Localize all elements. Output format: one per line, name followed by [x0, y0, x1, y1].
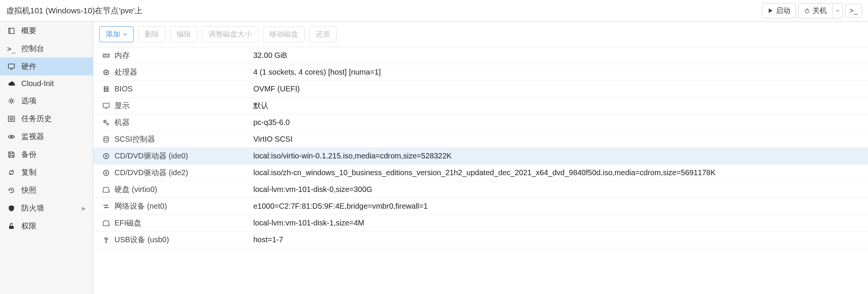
svg-point-26 — [104, 136, 108, 138]
hardware-row-name: CD/DVD驱动器 (ide0) — [114, 151, 253, 161]
power-icon — [804, 8, 810, 14]
hardware-row[interactable]: CD/DVD驱动器 (ide2)local:iso/zh-cn_windows_… — [93, 165, 868, 181]
page-header: 虚拟机101 (Windows-10)在节点'pve'上 启动 关机 >_ — [0, 0, 868, 22]
cpu-icon — [98, 69, 114, 76]
unlock-icon — [7, 222, 16, 230]
book-icon — [7, 27, 16, 35]
sidebar-item-console[interactable]: >_ 控制台 — [0, 40, 93, 58]
sidebar-item-monitor[interactable]: 监视器 — [0, 128, 93, 145]
hardware-row-value: 默认 — [253, 101, 863, 111]
svg-rect-2 — [8, 64, 14, 68]
hardware-row-name: 内存 — [114, 50, 253, 61]
hardware-row-value: local-lvm:vm-101-disk-1,size=4M — [253, 219, 863, 227]
svg-rect-22 — [103, 103, 109, 107]
sidebar-item-task-history[interactable]: 任务历史 — [0, 110, 93, 128]
sidebar-item-label: Cloud-Init — [21, 79, 54, 88]
svg-rect-19 — [105, 87, 108, 88]
hardware-toolbar: 添加 删除 编辑 调整磁盘大小 移动磁盘 还原 — [93, 22, 868, 47]
sidebar-item-label: 防火墙 — [21, 203, 44, 213]
remove-button[interactable]: 删除 — [138, 26, 165, 42]
hardware-row-value: OVMF (UEFI) — [253, 85, 863, 93]
hardware-row-name: SCSI控制器 — [114, 134, 253, 144]
hardware-row[interactable]: 网络设备 (net0)e1000=C2:7F:81:D5:9F:4E,bridg… — [93, 198, 868, 215]
hardware-row[interactable]: EFI磁盘local-lvm:vm-101-disk-1,size=4M — [93, 215, 868, 232]
hardware-row[interactable]: 处理器4 (1 sockets, 4 cores) [host] [numa=1… — [93, 64, 868, 81]
hardware-row[interactable]: 硬盘 (virtio0)local-lvm:vm-101-disk-0,size… — [93, 181, 868, 198]
svg-point-35 — [104, 238, 105, 238]
hardware-row-name: 显示 — [114, 101, 253, 111]
hardware-row-name: 机器 — [114, 117, 253, 128]
hardware-row-value: local:iso/virtio-win-0.1.215.iso,media=c… — [253, 152, 863, 160]
resize-disk-button-label: 调整磁盘大小 — [208, 29, 252, 39]
save-icon — [7, 151, 16, 158]
remove-button-label: 删除 — [145, 29, 159, 39]
hdd-icon — [98, 219, 114, 227]
sidebar-item-replication[interactable]: 复制 — [0, 163, 93, 181]
shutdown-button-label: 关机 — [812, 6, 827, 16]
hardware-row-name: CD/DVD驱动器 (ide2) — [114, 168, 253, 178]
resize-disk-button[interactable]: 调整磁盘大小 — [202, 26, 258, 42]
sidebar-item-label: 控制台 — [21, 43, 44, 54]
hardware-row-value: local:iso/zh-cn_windows_10_business_edit… — [253, 168, 863, 177]
hardware-row-value: VirtIO SCSI — [253, 135, 863, 144]
hardware-row-value: pc-q35-6.0 — [253, 118, 863, 127]
monitor-icon — [7, 63, 16, 70]
display-icon — [98, 102, 114, 110]
net-icon — [98, 203, 114, 210]
svg-rect-10 — [9, 226, 14, 229]
sidebar-item-cloudinit[interactable]: Cloud-Init — [0, 75, 93, 92]
sidebar-item-summary[interactable]: 概要 — [0, 22, 93, 40]
svg-rect-21 — [105, 90, 108, 91]
hardware-row[interactable]: BIOSOVMF (UEFI) — [93, 81, 868, 97]
svg-point-31 — [108, 191, 108, 192]
chevron-down-icon — [836, 10, 839, 12]
sidebar-item-options[interactable]: 选项 — [0, 92, 93, 110]
edit-button-label: 编辑 — [176, 29, 191, 39]
console-shortcut-button[interactable]: >_ — [845, 4, 862, 18]
shutdown-caret[interactable] — [833, 3, 843, 18]
hardware-row[interactable]: USB设备 (usb0)host=1-7 — [93, 232, 868, 248]
sidebar-item-label: 复制 — [21, 167, 37, 177]
svg-rect-20 — [105, 89, 108, 89]
start-button[interactable]: 启动 — [762, 3, 796, 18]
sidebar-item-permissions[interactable]: 权限 — [0, 217, 93, 235]
shield-icon — [7, 205, 16, 212]
hardware-row-name: BIOS — [114, 85, 253, 93]
svg-point-4 — [10, 100, 13, 102]
list-icon — [7, 115, 16, 123]
play-icon — [768, 8, 774, 14]
hardware-row[interactable]: SCSI控制器VirtIO SCSI — [93, 131, 868, 148]
sidebar-item-firewall[interactable]: 防火墙 ▶ — [0, 199, 93, 217]
edit-button[interactable]: 编辑 — [170, 26, 197, 42]
sidebar-item-label: 任务历史 — [21, 113, 52, 124]
hardware-row-value: e1000=C2:7F:81:D5:9F:4E,bridge=vmbr0,fir… — [253, 202, 863, 211]
hardware-row[interactable]: 显示默认 — [93, 97, 868, 114]
sidebar-item-label: 快照 — [21, 185, 37, 195]
sidebar-item-hardware[interactable]: 硬件 — [0, 58, 93, 75]
hardware-row-value: 4 (1 sockets, 4 cores) [host] [numa=1] — [253, 68, 863, 77]
hardware-row[interactable]: 机器pc-q35-6.0 — [93, 114, 868, 131]
main-layout: 概要 >_ 控制台 硬件 Cloud-Init 选项 — [0, 22, 868, 294]
sidebar-item-snapshots[interactable]: 快照 — [0, 181, 93, 199]
hardware-row-value: host=1-7 — [253, 235, 863, 244]
sidebar-item-backup[interactable]: 备份 — [0, 145, 93, 163]
revert-button[interactable]: 还原 — [309, 26, 337, 42]
disc-icon — [98, 152, 114, 160]
svg-point-24 — [104, 120, 106, 122]
shutdown-button[interactable]: 关机 — [798, 3, 833, 18]
shutdown-split-button: 关机 — [798, 3, 843, 18]
sidebar: 概要 >_ 控制台 硬件 Cloud-Init 选项 — [0, 22, 93, 294]
history-icon — [7, 187, 16, 194]
hardware-row[interactable]: 内存32.00 GiB — [93, 47, 868, 64]
add-button[interactable]: 添加 — [99, 26, 134, 42]
eye-icon — [7, 133, 16, 141]
svg-rect-11 — [103, 54, 109, 57]
move-disk-button[interactable]: 移动磁盘 — [263, 26, 305, 42]
hdd-icon — [98, 186, 114, 193]
svg-point-30 — [105, 172, 107, 174]
move-disk-button-label: 移动磁盘 — [269, 29, 298, 39]
hardware-row-name: 硬盘 (virtio0) — [114, 184, 253, 195]
hardware-row[interactable]: CD/DVD驱动器 (ide0)local:iso/virtio-win-0.1… — [93, 148, 868, 165]
svg-point-32 — [108, 224, 108, 225]
memory-icon — [98, 52, 114, 59]
